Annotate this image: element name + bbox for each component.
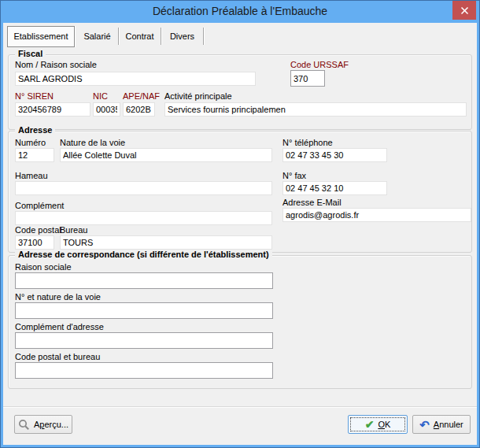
apercu-button[interactable]: Aperçu... (14, 415, 72, 434)
ok-button[interactable]: ✔ OK (348, 415, 408, 434)
tab-etablissement[interactable]: Etablissement (7, 26, 75, 47)
nic-input[interactable] (93, 102, 120, 117)
bureau-label: Bureau (60, 225, 87, 235)
code-urssaf-input[interactable] (290, 70, 325, 87)
corr-code-postal-bureau-label: Code postal et bureau (15, 352, 100, 361)
tab-etablissement-label: Etablissement (13, 31, 68, 41)
fax-input[interactable] (282, 181, 387, 195)
email-label: Adresse E-Mail (282, 198, 342, 207)
code-postal-input[interactable] (15, 235, 54, 250)
activite-principale-label: Activité principale (164, 91, 232, 101)
complement-label: Complément (15, 201, 64, 210)
annuler-button[interactable]: ↶ Annuler (412, 415, 471, 434)
corr-raison-sociale-input[interactable] (15, 272, 273, 289)
close-icon (460, 6, 469, 15)
code-postal-label: Code postal (15, 225, 61, 235)
tab-divers[interactable]: Divers (161, 28, 204, 45)
nom-raison-sociale-label: Nom / Raison sociale (15, 60, 97, 69)
nom-raison-sociale-input[interactable] (15, 72, 256, 86)
fiscal-group-title: Fiscal (15, 49, 46, 58)
telephone-input[interactable] (282, 148, 387, 162)
titlebar: Déclaration Préalable à l'Embauche (0, 0, 480, 23)
corr-raison-sociale-label: Raison sociale (15, 262, 72, 272)
check-icon: ✔ (365, 419, 375, 430)
hameau-label: Hameau (15, 171, 48, 180)
corr-nature-voie-input[interactable] (15, 302, 273, 319)
siren-label: N° SIREN (15, 91, 54, 101)
ok-button-label: OK (378, 420, 390, 429)
nic-label: NIC (93, 91, 108, 101)
tab-salarie-label: Salarié (83, 31, 110, 41)
window-title: Déclaration Préalable à l'Embauche (153, 5, 327, 17)
numero-label: Numéro (15, 138, 46, 147)
fax-label: N° fax (282, 171, 306, 180)
tab-salarie[interactable]: Salarié (76, 28, 119, 45)
activite-principale-input[interactable] (164, 102, 467, 117)
footer-separator (3, 406, 477, 407)
corr-nature-voie-label: N° et nature de la voie (15, 292, 101, 302)
close-button[interactable] (452, 1, 476, 20)
tab-bar: Etablissement Salarié Contrat Divers (7, 26, 204, 47)
ape-naf-label: APE/NAF (123, 91, 160, 101)
undo-arrow-icon: ↶ (419, 419, 430, 431)
tab-contrat-label: Contrat (125, 31, 153, 41)
correspondance-group: Adresse de correspondance (si différente… (8, 255, 472, 389)
tab-divers-label: Divers (170, 31, 194, 41)
bureau-input[interactable] (60, 235, 272, 250)
adresse-group: Adresse Numéro Nature de la voie N° télé… (8, 131, 472, 253)
telephone-label: N° téléphone (282, 138, 333, 147)
ape-naf-input[interactable] (123, 102, 155, 117)
numero-input[interactable] (15, 148, 54, 162)
magnifier-icon (18, 419, 30, 431)
fiscal-group: Fiscal Nom / Raison sociale Code URSSAF … (8, 54, 472, 130)
complement-input[interactable] (15, 211, 272, 225)
adresse-group-title: Adresse (15, 125, 55, 135)
apercu-button-label: Aperçu... (34, 420, 68, 429)
hameau-input[interactable] (15, 181, 272, 195)
dialog-window: Déclaration Préalable à l'Embauche Etabl… (0, 0, 480, 448)
correspondance-group-title: Adresse de correspondance (si différente… (15, 250, 272, 259)
siren-input[interactable] (15, 102, 90, 117)
corr-complement-input[interactable] (15, 332, 273, 349)
email-input[interactable] (282, 208, 471, 222)
corr-complement-label: Complément d'adresse (15, 322, 104, 331)
dialog-body: Etablissement Salarié Contrat Divers Fis… (3, 23, 477, 445)
tab-contrat[interactable]: Contrat (119, 28, 161, 45)
nature-voie-input[interactable] (60, 148, 272, 162)
corr-code-postal-bureau-input[interactable] (15, 362, 273, 379)
nature-voie-label: Nature de la voie (60, 138, 125, 147)
code-urssaf-label: Code URSSAF (290, 60, 349, 69)
annuler-button-label: Annuler (434, 420, 463, 429)
